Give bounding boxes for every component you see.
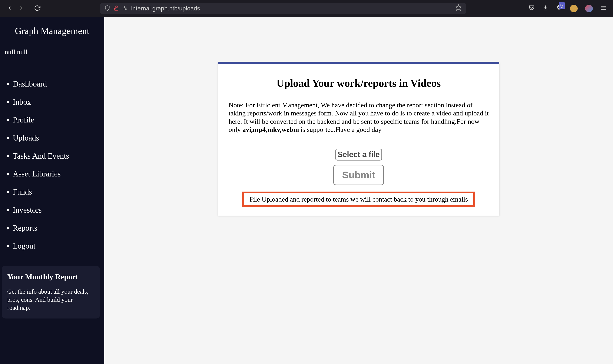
svg-point-4: [124, 7, 125, 8]
sidebar: Graph Management null null Dashboard Inb…: [0, 17, 104, 364]
url-text[interactable]: internal.graph.htb/uploads: [131, 5, 452, 12]
back-button[interactable]: [6, 5, 13, 12]
sidebar-item-dashboard[interactable]: Dashboard: [13, 75, 104, 93]
sidebar-item-logout[interactable]: Logout: [13, 237, 104, 255]
supported-formats: avi,mp4,mkv,webm: [243, 126, 299, 133]
main-content: Upload Your work/reports in Videos Note:…: [104, 17, 613, 364]
user-label: null null: [0, 48, 104, 56]
sidebar-item-reports[interactable]: Reports: [13, 219, 104, 237]
upload-title: Upload Your work/reports in Videos: [229, 77, 489, 89]
select-file-button[interactable]: Select a file: [335, 149, 382, 160]
upload-status-message: File Uploaded and reported to teams we w…: [242, 192, 475, 207]
hamburger-menu-icon[interactable]: [600, 5, 607, 13]
sidebar-item-asset-libraries[interactable]: Asset Libraries: [13, 165, 104, 183]
svg-marker-6: [456, 5, 462, 10]
pocket-icon[interactable]: [529, 5, 535, 13]
svg-point-5: [125, 9, 126, 10]
profile-avatar-icon[interactable]: [570, 5, 578, 12]
shield-icon[interactable]: [104, 5, 110, 12]
sidebar-item-uploads[interactable]: Uploads: [13, 129, 104, 147]
url-bar[interactable]: internal.graph.htb/uploads: [100, 3, 466, 14]
reload-button[interactable]: [34, 5, 41, 12]
sidebar-item-tasks-and-events[interactable]: Tasks And Events: [13, 147, 104, 165]
lock-warning-icon[interactable]: [113, 5, 119, 12]
sidebar-item-funds[interactable]: Funds: [13, 183, 104, 201]
report-card-body: Get the info about all your deals, pros,…: [7, 288, 95, 312]
sidebar-item-profile[interactable]: Profile: [13, 111, 104, 129]
report-card-title: Your Monthly Report: [7, 273, 95, 281]
submit-button[interactable]: Submit: [333, 165, 384, 185]
bookmark-star-icon[interactable]: [455, 4, 462, 13]
downloads-icon[interactable]: [542, 5, 549, 13]
browser-chrome: internal.graph.htb/uploads 5: [0, 0, 613, 17]
sidebar-item-investors[interactable]: Investors: [13, 201, 104, 219]
monthly-report-card: Your Monthly Report Get the info about a…: [2, 266, 100, 318]
extension-avatar-icon[interactable]: [585, 5, 593, 12]
upload-card: Upload Your work/reports in Videos Note:…: [218, 62, 499, 216]
sidebar-nav: Dashboard Inbox Profile Uploads Tasks An…: [0, 75, 104, 255]
forward-button[interactable]: [18, 5, 25, 12]
app-title: Graph Management: [0, 26, 104, 36]
extensions-icon[interactable]: 5: [556, 5, 563, 13]
permissions-icon[interactable]: [122, 5, 128, 12]
sidebar-item-inbox[interactable]: Inbox: [13, 93, 104, 111]
upload-note: Note: For Efficient Management, We have …: [229, 101, 489, 134]
extension-badge: 5: [559, 2, 565, 9]
